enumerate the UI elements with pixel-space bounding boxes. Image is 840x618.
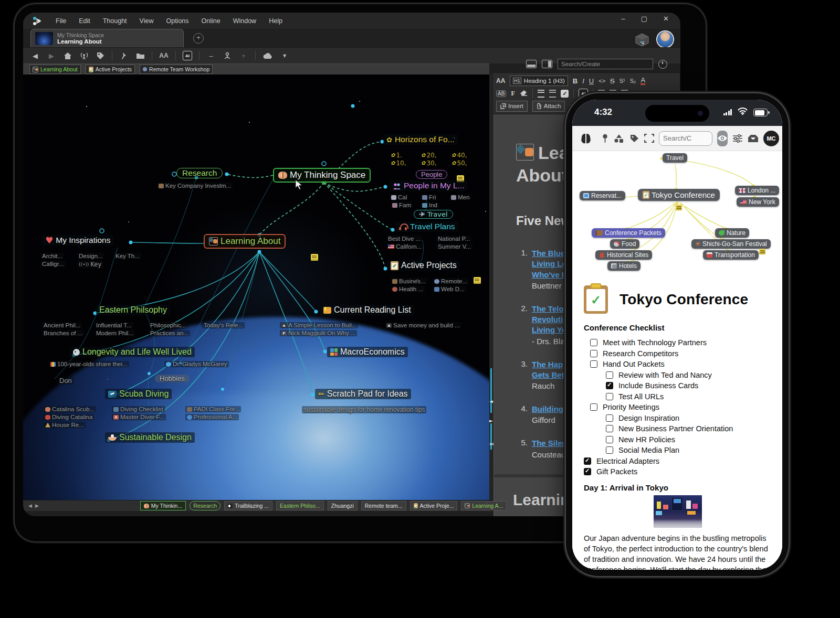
pnode-new-york[interactable]: New York: [737, 197, 779, 207]
maximize-button[interactable]: ▢: [641, 15, 647, 23]
node-people-in-my-life[interactable]: People in My L...: [390, 180, 467, 191]
map-sub-label[interactable]: FNick Maggiulli On Why ...: [280, 330, 357, 336]
map-sub-label[interactable]: Influential T...: [94, 322, 133, 328]
pnode-travel[interactable]: Travel: [663, 153, 687, 163]
map-sub-label[interactable]: Practices an...: [149, 330, 190, 336]
bottom-tab[interactable]: Active Proje...: [410, 501, 458, 510]
node-macroeconomics[interactable]: MacroEconomics: [327, 347, 408, 357]
map-sub-label[interactable]: Remote...: [433, 278, 469, 284]
insert-button[interactable]: Insert: [496, 101, 528, 112]
layout-tool-icon[interactable]: [223, 50, 232, 61]
bottom-tab[interactable]: Trailblazing ...: [224, 501, 272, 510]
filters-sliders-icon[interactable]: [732, 134, 743, 143]
map-sub-label[interactable]: Catalina Scub...: [44, 406, 96, 412]
phone-mind-map[interactable]: Travel Reservat... Tokyo Conference Lond…: [572, 151, 782, 277]
home-icon[interactable]: [63, 50, 72, 61]
map-sub-label[interactable]: Key Th...: [114, 253, 141, 259]
mind-map-canvas[interactable]: Research Key Company Investm... My Think…: [23, 74, 489, 500]
map-sub-label[interactable]: National P...: [436, 236, 471, 242]
node-sustainable-design[interactable]: Sustainable Design: [105, 432, 195, 443]
notes-layout-icon[interactable]: [526, 60, 537, 68]
note-indicator-icon[interactable]: [311, 254, 318, 261]
map-sub-label[interactable]: Philosophic...: [149, 322, 187, 328]
map-sub-label[interactable]: ((•))Key: [77, 261, 103, 268]
checkbox[interactable]: [590, 339, 597, 346]
map-sub-label[interactable]: Modern Phil...: [94, 330, 135, 336]
pnode-historical-sites[interactable]: Historical Sites: [595, 250, 652, 260]
user-avatar[interactable]: [657, 31, 673, 47]
heading-style-dropdown[interactable]: H1Heading 1 (H3): [510, 76, 568, 86]
map-sub-label[interactable]: Health ...: [391, 286, 425, 292]
map-sub-label[interactable]: Diving Checklist: [112, 406, 165, 412]
tag-icon[interactable]: [629, 134, 639, 143]
node-my-inspirations[interactable]: ♥My Inspirations: [42, 235, 113, 246]
pnode-reservations[interactable]: Reservat...: [580, 191, 625, 200]
checkbox[interactable]: [590, 403, 597, 411]
map-sub-label[interactable]: aA Simple Lesson to Buil...: [280, 322, 358, 328]
menu-view[interactable]: View: [140, 17, 154, 25]
pnode-shichi-festival[interactable]: ✳Shichi-Go-San Festival: [691, 239, 771, 249]
pin-remote-team-workshop[interactable]: Remote Team Workshop: [140, 65, 213, 74]
cloud-sync-icon[interactable]: [262, 50, 273, 61]
bold-button[interactable]: B: [573, 77, 578, 85]
nav-forward-icon[interactable]: ▶: [47, 50, 56, 61]
book-link[interactable]: The BlueLiving LoWho've L: [532, 248, 567, 280]
node-people-pill[interactable]: People: [416, 170, 447, 179]
book-link[interactable]: The TeloRevolutioLiving Yo: [532, 304, 568, 336]
pin-active-projects[interactable]: Active Projects: [86, 65, 135, 74]
attach-button[interactable]: Attach: [532, 101, 565, 112]
node-hobbies[interactable]: Hobbies: [155, 375, 190, 382]
bottom-tab[interactable]: Remote team...: [361, 501, 406, 510]
map-sub-label[interactable]: Professional A...: [185, 414, 239, 420]
map-sub-label[interactable]: Design...: [77, 253, 104, 259]
strikethrough-button[interactable]: S: [610, 77, 615, 85]
map-sub-label[interactable]: Branches of ...: [42, 330, 84, 336]
node-active-projects[interactable]: Active Projects: [387, 260, 460, 271]
phone-search-input[interactable]: [659, 131, 712, 146]
pin-learning-about[interactable]: Learning About: [29, 65, 81, 74]
node-my-thinking-space[interactable]: My Thinking Space: [273, 168, 371, 183]
map-sub-label[interactable]: Archit...: [40, 253, 64, 259]
zoom-out-icon[interactable]: –: [206, 50, 216, 61]
note-indicator-icon[interactable]: [474, 277, 481, 284]
map-sub-label[interactable]: aSave money and build ...: [385, 322, 461, 328]
selection-icon[interactable]: [644, 134, 654, 143]
checkbox[interactable]: [606, 436, 613, 443]
map-sub-label[interactable]: House Re...: [44, 422, 86, 428]
checkbox-checked[interactable]: [584, 457, 591, 465]
map-sub-label[interactable]: Cal: [390, 194, 408, 200]
zoom-in-icon[interactable]: +: [239, 50, 248, 61]
checkbox[interactable]: [590, 350, 597, 357]
node-scratch-pad[interactable]: ✏Scratch Pad for Ideas: [315, 389, 411, 399]
menu-help[interactable]: Help: [269, 17, 282, 25]
checkbox[interactable]: [590, 360, 597, 368]
node-don[interactable]: Don: [58, 377, 74, 385]
bottom-tab[interactable]: Eastern Philso...: [276, 501, 323, 510]
cube-logo-icon[interactable]: [634, 33, 650, 47]
map-sub-label[interactable]: Ancient Phil...: [42, 322, 82, 328]
numbered-list-icon[interactable]: [549, 90, 556, 98]
checkbox[interactable]: [606, 414, 613, 422]
brain-menu-icon[interactable]: [580, 133, 592, 144]
font-size-icon[interactable]: AA: [159, 50, 169, 61]
checkbox[interactable]: [606, 371, 613, 379]
map-sub-label[interactable]: sustainable design for home renovation t…: [302, 406, 426, 413]
node-horizons[interactable]: ✿Horizons of Fo...: [383, 134, 458, 145]
pnode-food[interactable]: Food: [610, 239, 639, 249]
tab-scroll-arrows[interactable]: ◀▶: [28, 503, 42, 508]
panel-resize-divider[interactable]: ◄ ► ⇔: [489, 74, 494, 500]
map-sub-label[interactable]: Californ...: [386, 243, 423, 250]
sidebar-layout-icon[interactable]: [542, 60, 552, 68]
checklist-button[interactable]: ✓: [561, 90, 569, 98]
note-indicator-icon[interactable]: [676, 205, 682, 210]
pnode-nature[interactable]: Nature: [715, 228, 749, 238]
checkbox-checked[interactable]: [584, 468, 591, 475]
menu-online[interactable]: Online: [202, 17, 220, 25]
checkbox[interactable]: [606, 446, 613, 454]
node-current-reading-list[interactable]: Current Reading List: [320, 305, 414, 315]
underline-button[interactable]: U: [589, 77, 594, 85]
map-sub-label[interactable]: Diving Catalina: [44, 414, 94, 420]
map-sub-label[interactable]: Summer V...: [436, 243, 472, 250]
menu-edit[interactable]: Edit: [79, 17, 90, 25]
pnode-hotels[interactable]: Hotels: [607, 261, 640, 271]
